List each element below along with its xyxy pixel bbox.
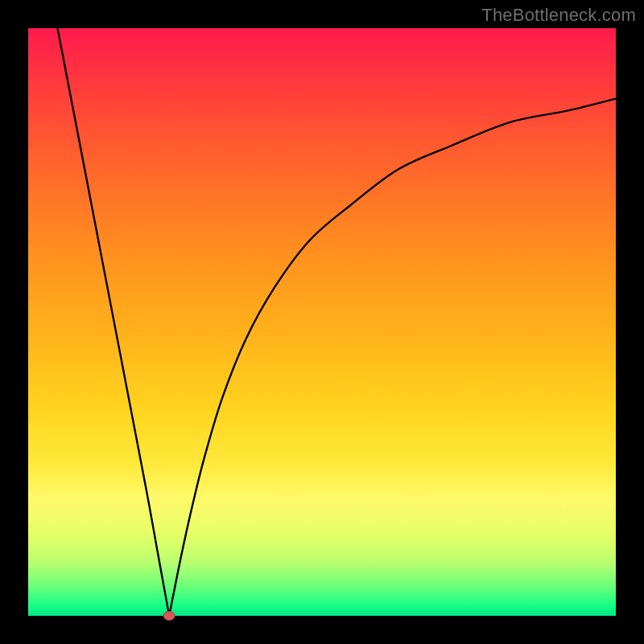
chart-frame: TheBottleneck.com — [0, 0, 644, 644]
watermark-text: TheBottleneck.com — [481, 5, 636, 26]
bottleneck-curve-layer — [28, 28, 616, 616]
curve-right-branch — [169, 99, 616, 616]
optimum-marker — [163, 612, 175, 621]
curve-left-branch — [58, 28, 170, 616]
